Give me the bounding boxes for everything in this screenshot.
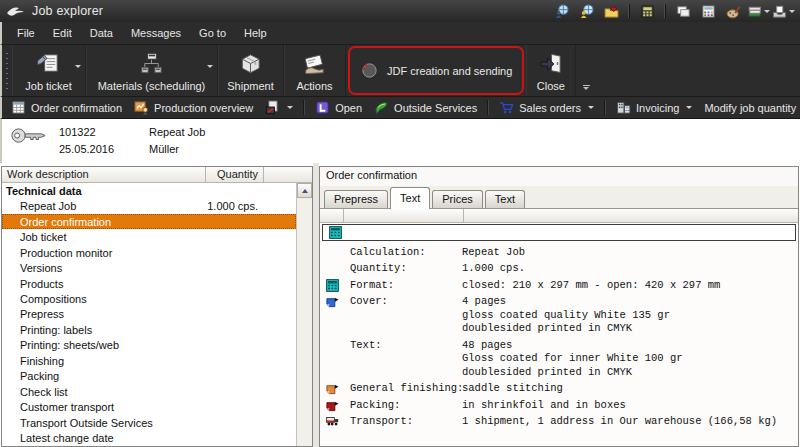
modify-job-quantity-button[interactable]: Modify job quantity — [698, 100, 800, 116]
quickbar-label: Order confirmation — [31, 102, 122, 114]
actions-icon — [301, 50, 328, 79]
sales-orders-button[interactable]: Sales orders — [493, 98, 600, 117]
transport-icon — [326, 415, 339, 428]
column-header-empty — [264, 167, 312, 183]
outbox-button[interactable] — [772, 2, 794, 20]
work-item-printing-labels[interactable]: Printing: labels — [2, 322, 296, 337]
detail-label: General finishing: — [344, 382, 462, 396]
user-globe-blue-button[interactable] — [550, 2, 572, 20]
order-confirmation-icon — [11, 100, 26, 115]
work-item-production-monitor[interactable]: Production monitor — [2, 245, 296, 260]
quickbar-label: Outside Services — [394, 102, 477, 114]
scrollbar-track[interactable] — [297, 198, 312, 446]
quickbar-items: Order confirmationProduction overviewOpe… — [5, 98, 800, 117]
detail-row-text: Text:48 pagesGloss coated for inner Whit… — [320, 337, 798, 381]
cards-stack-button[interactable] — [672, 2, 694, 20]
user-globe-yellow-button[interactable] — [575, 2, 597, 20]
calculator-olive-button[interactable] — [636, 2, 658, 20]
work-item-label: Order confirmation — [20, 216, 111, 228]
detail-value: 4 pagesgloss coated quality White 135 gr… — [462, 295, 798, 336]
invoicing-button[interactable]: Invoicing — [610, 98, 698, 117]
materials-scheduling-button[interactable]: Materials (scheduling) — [86, 45, 218, 96]
scroll-up-icon[interactable] — [297, 183, 312, 198]
detail-row-quantity: Quantity:1.000 cps. — [320, 261, 798, 278]
titlebar-separator — [664, 4, 666, 18]
quickbar-label: Open — [335, 102, 362, 114]
books-stack-button[interactable] — [747, 2, 769, 20]
titlebar-toolbar — [550, 2, 794, 20]
cover-icon — [326, 295, 339, 308]
toolbar-grip[interactable] — [4, 49, 11, 92]
work-item-compositions[interactable]: Compositions — [2, 291, 296, 306]
work-item-products[interactable]: Products — [2, 276, 296, 291]
palette-brush-button[interactable] — [722, 2, 744, 20]
tab-prepress-0[interactable]: Prepress — [324, 190, 388, 208]
detail-value: Repeat Job — [462, 246, 798, 260]
outside-services-button[interactable]: Outside Services — [368, 98, 483, 117]
work-item-label: Versions — [20, 262, 62, 274]
work-item-customer-transport[interactable]: Customer transport — [2, 400, 296, 415]
sales-orders-icon — [499, 100, 514, 115]
chevron-down-icon — [207, 65, 213, 68]
work-item-label: Packing — [20, 370, 59, 382]
work-item-repeat-job[interactable]: Repeat Job1.000 cps. — [2, 198, 296, 213]
tab-text-1[interactable]: Text — [390, 187, 430, 209]
work-item-order-confirmation[interactable]: Order confirmation — [2, 214, 296, 229]
toolbar-overflow-icon[interactable] — [580, 85, 592, 90]
menu-messages[interactable]: Messages — [122, 24, 190, 42]
work-item-label: Latest change date — [20, 432, 114, 444]
tab-prices-2[interactable]: Prices — [432, 190, 483, 208]
shipment-icon — [237, 50, 264, 79]
work-item-printing-sheets-web[interactable]: Printing: sheets/web — [2, 338, 296, 353]
job-ticket-button[interactable]: Job ticket — [12, 45, 86, 96]
calculator-colored-button[interactable] — [697, 2, 719, 20]
calculator-olive-icon — [640, 4, 655, 19]
work-item-prepress[interactable]: Prepress — [2, 307, 296, 322]
work-item-job-ticket[interactable]: Job ticket — [2, 229, 296, 244]
current-row[interactable] — [322, 224, 796, 241]
titlebar-separator — [628, 4, 630, 18]
pdf-export-icon — [265, 100, 280, 115]
menu-edit[interactable]: Edit — [44, 24, 81, 42]
colhead-icon-cell[interactable] — [320, 209, 344, 223]
work-item-packing[interactable]: Packing — [2, 369, 296, 384]
colhead-value-cell[interactable] — [464, 209, 798, 223]
job-name: Repeat Job — [149, 124, 205, 141]
quickbar-label: Production overview — [154, 102, 253, 114]
menu-go-to[interactable]: Go to — [190, 24, 235, 42]
work-item-quantity: 1.000 cps. — [163, 200, 296, 212]
open-button[interactable]: Open — [309, 98, 368, 117]
pdf-export-button[interactable] — [259, 98, 299, 117]
menu-file[interactable]: File — [8, 24, 44, 42]
detail-row-format: Format:closed: 210 x 297 mm - open: 420 … — [320, 277, 798, 294]
work-item-latest-change-date[interactable]: Latest change date — [2, 431, 296, 446]
column-header-work-description[interactable]: Work description — [2, 167, 206, 183]
shipment-button[interactable]: Shipment — [218, 45, 284, 96]
work-item-check-list[interactable]: Check list — [2, 384, 296, 399]
colhead-label-cell[interactable] — [344, 209, 464, 223]
actions-button[interactable]: Actions — [284, 45, 346, 96]
close-button[interactable]: Close — [526, 45, 576, 96]
work-item-versions[interactable]: Versions — [2, 260, 296, 275]
work-item-finishing[interactable]: Finishing — [2, 353, 296, 368]
work-item-label: Technical data — [6, 185, 82, 197]
menu-data[interactable]: Data — [81, 24, 122, 42]
tab-text-3[interactable]: Text — [485, 190, 525, 208]
work-item-label: Printing: labels — [20, 324, 92, 336]
left-panel-scrollbar[interactable] — [296, 183, 312, 446]
detail-row-transport: Transport:1 shipment, 1 address in Our w… — [320, 414, 798, 431]
jdf-creation-button[interactable]: JDF creation and sending — [348, 46, 524, 95]
work-item-label: Production monitor — [20, 247, 112, 259]
left-panel-header: Work description Quantity — [2, 167, 312, 183]
production-overview-button[interactable]: Production overview — [128, 98, 259, 117]
column-header-quantity[interactable]: Quantity — [206, 167, 264, 183]
menu-help[interactable]: Help — [235, 24, 276, 42]
work-item-transport-outside-services[interactable]: Transport Outside Services — [2, 415, 296, 430]
work-item-label: Transport Outside Services — [20, 417, 153, 429]
work-item-technical-data[interactable]: Technical data — [2, 183, 296, 198]
quickbar-separator — [303, 100, 305, 115]
folder-bird-button[interactable] — [600, 2, 622, 20]
detail-value: in shrinkfoil and in boxes — [462, 399, 798, 413]
order-confirmation-button[interactable]: Order confirmation — [5, 98, 128, 117]
detail-row-packing: Packing:in shrinkfoil and in boxes — [320, 397, 798, 414]
